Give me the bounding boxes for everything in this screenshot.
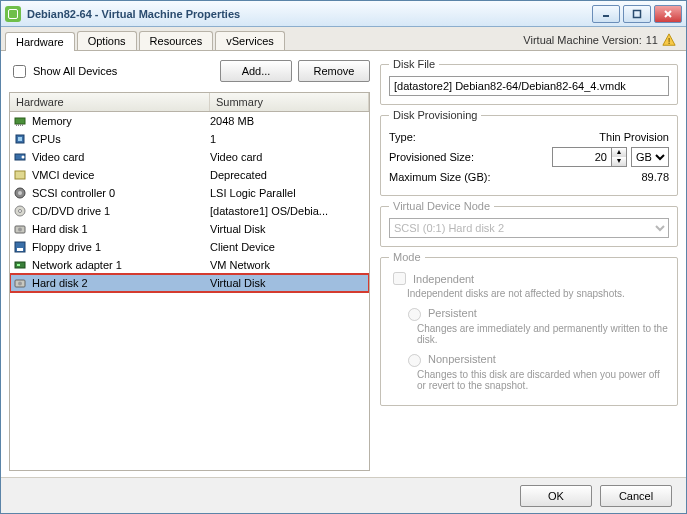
hardware-row[interactable]: Video cardVideo card xyxy=(10,148,369,166)
hardware-list-header: Hardware Summary xyxy=(9,92,370,112)
vm-version-label: Virtual Machine Version: xyxy=(523,34,641,46)
hardware-row[interactable]: SCSI controller 0LSI Logic Parallel xyxy=(10,184,369,202)
hardware-row[interactable]: Hard disk 2Virtual Disk xyxy=(10,274,369,292)
minimize-button[interactable] xyxy=(592,5,620,23)
type-value: Thin Provision xyxy=(599,131,669,143)
virtual-device-node-select: SCSI (0:1) Hard disk 2 xyxy=(389,218,669,238)
hardware-row[interactable]: VMCI deviceDeprecated xyxy=(10,166,369,184)
svg-rect-1 xyxy=(634,10,641,17)
hardware-row[interactable]: Hard disk 1Virtual Disk xyxy=(10,220,369,238)
provisioned-size-unit[interactable]: GB xyxy=(631,147,669,167)
svg-point-17 xyxy=(18,191,22,195)
show-all-checkbox[interactable] xyxy=(13,65,26,78)
max-size-value: 89.78 xyxy=(641,171,669,183)
disk-provisioning-group: Disk Provisioning Type: Thin Provision P… xyxy=(380,109,678,196)
independent-label: Independent xyxy=(413,273,474,285)
floppy-icon xyxy=(10,240,30,254)
hardware-name: Hard disk 2 xyxy=(30,277,210,289)
virtual-device-node-legend: Virtual Device Node xyxy=(389,200,494,212)
hardware-summary: 1 xyxy=(210,133,369,145)
disk-provisioning-legend: Disk Provisioning xyxy=(389,109,481,121)
ok-button[interactable]: OK xyxy=(520,485,592,507)
svg-point-27 xyxy=(18,282,22,286)
hdd-icon xyxy=(10,276,30,290)
persistent-desc: Changes are immediately and permanently … xyxy=(417,323,669,345)
hardware-row[interactable]: Floppy drive 1Client Device xyxy=(10,238,369,256)
memory-icon xyxy=(10,114,30,128)
hardware-row[interactable]: Memory2048 MB xyxy=(10,112,369,130)
body: Show All Devices Add... Remove Hardware … xyxy=(1,51,686,477)
tab-options[interactable]: Options xyxy=(77,31,137,50)
warning-icon: ! xyxy=(662,33,676,47)
nonpersistent-radio xyxy=(408,354,421,367)
provisioned-size-input[interactable] xyxy=(552,147,612,167)
svg-rect-23 xyxy=(17,248,23,251)
video-icon xyxy=(10,150,30,164)
remove-button[interactable]: Remove xyxy=(298,60,370,82)
hardware-name: Hard disk 1 xyxy=(30,223,210,235)
hardware-name: CPUs xyxy=(30,133,210,145)
window-buttons xyxy=(592,5,682,23)
app-icon xyxy=(5,6,21,22)
vmci-icon xyxy=(10,168,30,182)
nonpersistent-label: Nonpersistent xyxy=(428,353,496,365)
close-button[interactable] xyxy=(654,5,682,23)
maximize-button[interactable] xyxy=(623,5,651,23)
hardware-name: Network adapter 1 xyxy=(30,259,210,271)
independent-checkbox xyxy=(393,272,406,285)
hardware-row[interactable]: CD/DVD drive 1[datastore1] OS/Debia... xyxy=(10,202,369,220)
show-all-devices[interactable]: Show All Devices xyxy=(9,62,117,81)
hardware-name: Video card xyxy=(30,151,210,163)
tab-hardware[interactable]: Hardware xyxy=(5,32,75,51)
hardware-summary: 2048 MB xyxy=(210,115,369,127)
hardware-summary: Virtual Disk xyxy=(210,223,369,235)
header-hardware: Hardware xyxy=(10,93,210,111)
hardware-summary: Client Device xyxy=(210,241,369,253)
tab-resources[interactable]: Resources xyxy=(139,31,214,50)
scsi-icon xyxy=(10,186,30,200)
cancel-button[interactable]: Cancel xyxy=(600,485,672,507)
svg-rect-7 xyxy=(16,124,17,126)
nic-icon xyxy=(10,258,30,272)
hardware-summary: Video card xyxy=(210,151,369,163)
independent-checkbox-row: Independent xyxy=(389,269,669,288)
hardware-list[interactable]: Memory2048 MBCPUs1Video cardVideo cardVM… xyxy=(9,112,370,471)
vm-version: Virtual Machine Version: 11 ! xyxy=(517,30,682,50)
svg-text:!: ! xyxy=(668,35,671,46)
persistent-radio xyxy=(408,308,421,321)
persistent-radio-row: Persistent xyxy=(403,305,669,321)
hdd-icon xyxy=(10,222,30,236)
hardware-summary: Deprecated xyxy=(210,169,369,181)
disk-file-legend: Disk File xyxy=(389,58,439,70)
header-summary: Summary xyxy=(210,93,369,111)
svg-rect-9 xyxy=(20,124,21,126)
cd-icon xyxy=(10,204,30,218)
provisioned-size-label: Provisioned Size: xyxy=(389,151,552,163)
svg-point-14 xyxy=(22,156,25,159)
titlebar: Debian82-64 - Virtual Machine Properties xyxy=(1,1,686,27)
tab-vservices[interactable]: vServices xyxy=(215,31,285,50)
add-button[interactable]: Add... xyxy=(220,60,292,82)
type-label: Type: xyxy=(389,131,599,143)
vm-version-value: 11 xyxy=(646,34,658,46)
hardware-summary: [datastore1] OS/Debia... xyxy=(210,205,369,217)
spinner-buttons[interactable]: ▲▼ xyxy=(612,147,627,167)
svg-rect-10 xyxy=(22,124,23,126)
hardware-row[interactable]: Network adapter 1VM Network xyxy=(10,256,369,274)
tab-bar: Hardware Options Resources vServices Vir… xyxy=(1,27,686,51)
provisioned-size-spinner[interactable]: ▲▼ xyxy=(552,147,627,167)
hardware-name: SCSI controller 0 xyxy=(30,187,210,199)
left-pane: Show All Devices Add... Remove Hardware … xyxy=(1,52,376,477)
disk-file-group: Disk File xyxy=(380,58,678,105)
nonpersistent-radio-row: Nonpersistent xyxy=(403,351,669,367)
svg-rect-8 xyxy=(18,124,19,126)
persistent-label: Persistent xyxy=(428,307,477,319)
footer: OK Cancel xyxy=(1,477,686,513)
disk-file-field[interactable] xyxy=(389,76,669,96)
hardware-row[interactable]: CPUs1 xyxy=(10,130,369,148)
hardware-name: CD/DVD drive 1 xyxy=(30,205,210,217)
toolbar-row: Show All Devices Add... Remove xyxy=(9,58,370,84)
virtual-device-node-group: Virtual Device Node SCSI (0:1) Hard disk… xyxy=(380,200,678,247)
svg-rect-12 xyxy=(18,137,22,141)
svg-point-19 xyxy=(19,210,22,213)
